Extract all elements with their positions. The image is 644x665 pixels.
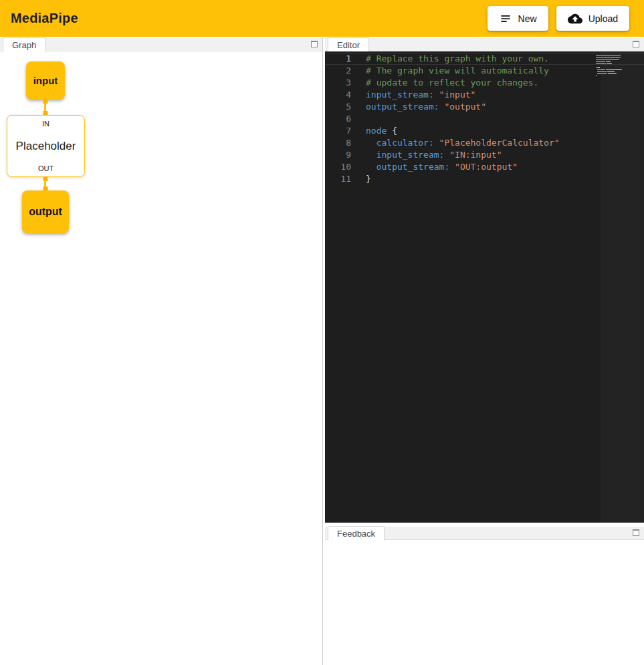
graph-canvas[interactable]: input IN Placeholder OUT output bbox=[0, 51, 322, 664]
minimap-column bbox=[601, 51, 644, 523]
tab-graph[interactable]: Graph bbox=[3, 37, 45, 51]
code-line[interactable]: 11} bbox=[325, 173, 644, 185]
upload-button-label: Upload bbox=[588, 13, 618, 24]
in-port-label: IN bbox=[42, 120, 49, 128]
placeholder-node-label: Placeholder bbox=[16, 140, 76, 153]
feedback-panel: Feedback bbox=[325, 527, 644, 665]
code-line[interactable]: 3# update to reflect your changes. bbox=[325, 77, 644, 89]
tab-editor[interactable]: Editor bbox=[328, 37, 369, 51]
line-number: 2 bbox=[325, 65, 366, 77]
code-line[interactable]: 8 calculator: "PlaceholderCalculator" bbox=[325, 137, 644, 149]
line-number: 4 bbox=[325, 89, 366, 101]
main-area: Graph input IN Placeholder OUT output Ed… bbox=[0, 37, 644, 665]
editor-popout-icon[interactable] bbox=[633, 41, 639, 47]
line-number: 7 bbox=[325, 125, 366, 137]
feedback-panel-header: Feedback bbox=[325, 527, 644, 540]
code-line[interactable]: 9 input_stream: "IN:input" bbox=[325, 149, 644, 161]
out-port-label: OUT bbox=[38, 164, 53, 172]
graph-node-placeholder[interactable]: IN Placeholder OUT bbox=[7, 115, 85, 177]
tab-feedback[interactable]: Feedback bbox=[328, 526, 385, 540]
code-editor[interactable]: 1# Replace this graph with your own.2# T… bbox=[325, 51, 644, 523]
line-number: 10 bbox=[325, 161, 366, 173]
upload-button[interactable]: Upload bbox=[556, 6, 629, 31]
code-line[interactable]: 5output_stream: "output" bbox=[325, 101, 644, 113]
graph-node-output[interactable]: output bbox=[22, 190, 69, 233]
editor-panel: Editor 1# Replace this graph with your o… bbox=[325, 38, 644, 523]
graph-panel-header: Graph bbox=[0, 38, 322, 51]
editor-panel-header: Editor bbox=[325, 38, 644, 51]
line-number: 1 bbox=[325, 53, 366, 65]
graph-node-output-label: output bbox=[29, 206, 62, 218]
feedback-popout-icon[interactable] bbox=[633, 529, 639, 536]
list-icon bbox=[499, 12, 512, 25]
code-line[interactable]: 4input_stream: "input" bbox=[325, 89, 644, 101]
feedback-content bbox=[325, 540, 644, 665]
new-button[interactable]: New bbox=[488, 6, 548, 31]
line-number: 6 bbox=[325, 113, 366, 125]
code-line[interactable]: 6 bbox=[325, 113, 644, 125]
line-number: 5 bbox=[325, 101, 366, 113]
line-number: 11 bbox=[325, 173, 366, 185]
graph-node-input[interactable]: input bbox=[26, 61, 65, 100]
graph-popout-icon[interactable] bbox=[311, 41, 318, 47]
app-title: MediaPipe bbox=[11, 11, 78, 26]
new-button-label: New bbox=[518, 13, 537, 24]
line-number: 9 bbox=[325, 149, 366, 161]
edge-placeholder-to-output bbox=[44, 177, 46, 190]
header-actions: New Upload bbox=[488, 6, 633, 31]
graph-panel: Graph input IN Placeholder OUT output bbox=[0, 38, 323, 665]
line-number: 3 bbox=[325, 77, 366, 89]
code-line[interactable]: 7node { bbox=[325, 125, 644, 137]
app-header: MediaPipe New Upload bbox=[0, 0, 644, 37]
code-line[interactable]: 10 output_stream: "OUT:output" bbox=[325, 161, 644, 173]
edge-input-to-placeholder bbox=[44, 100, 46, 115]
right-column: Editor 1# Replace this graph with your o… bbox=[325, 38, 644, 665]
cloud-upload-icon bbox=[568, 11, 582, 26]
minimap[interactable] bbox=[596, 55, 633, 77]
line-number: 8 bbox=[325, 137, 366, 149]
graph-node-input-label: input bbox=[33, 75, 58, 86]
